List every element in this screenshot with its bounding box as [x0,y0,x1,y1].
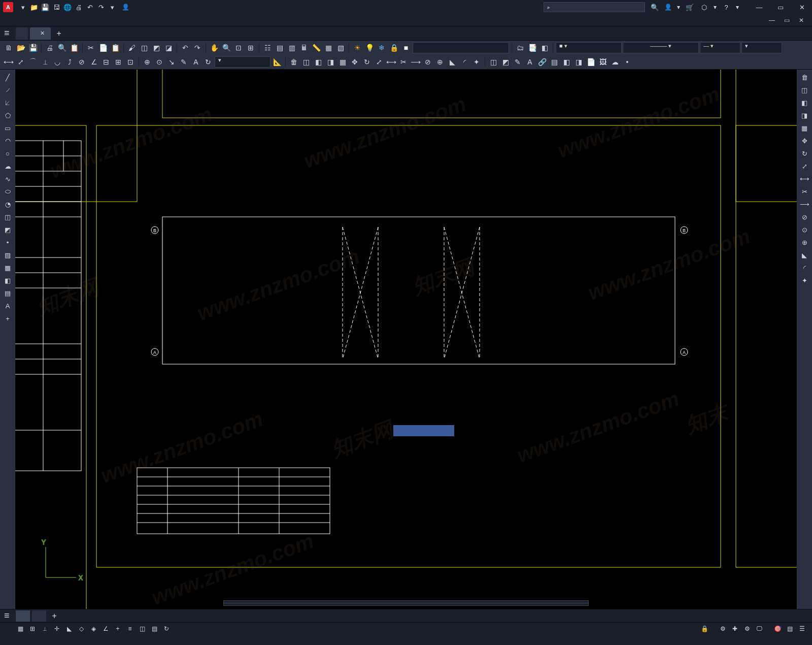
tab-start[interactable] [16,27,28,40]
layer-name-input[interactable] [413,42,509,53]
preview-icon[interactable]: 🔍 [56,42,67,53]
zoom-icon[interactable]: 🔍 [221,42,232,53]
status-dyn-icon[interactable]: + [112,624,123,634]
tabs-menu-icon[interactable]: ≡ [4,28,10,39]
m-explode-icon[interactable]: ✦ [471,56,482,68]
ins-block-icon[interactable]: ◫ [488,56,499,68]
addsel-icon[interactable]: + [2,313,13,324]
color-combo[interactable]: ■ ▾ [556,42,622,53]
paste-icon[interactable]: 📋 [110,42,121,53]
doc-restore-icon[interactable]: ▭ [780,16,794,25]
app-logo[interactable]: A [3,2,13,12]
status-ann-icon[interactable]: ✚ [729,624,740,634]
maximize-button[interactable]: ▭ [770,0,791,14]
ins-pdf-icon[interactable]: 📄 [585,56,596,68]
r-offset-icon[interactable]: ◨ [799,110,810,121]
r-breakpt-icon[interactable]: ⊙ [799,224,810,235]
menu-format[interactable] [41,19,49,21]
print-icon[interactable]: 🖨 [44,42,55,53]
rect-icon[interactable]: ▭ [2,122,13,134]
m-erase-icon[interactable]: 🗑 [288,56,299,68]
menu-help[interactable] [105,19,113,21]
dim-txt-icon[interactable]: A [190,56,201,68]
r-copy-icon[interactable]: ◫ [799,84,810,95]
leader-icon[interactable]: ↘ [166,56,177,68]
save-icon[interactable]: 💾 [27,42,39,53]
r-scale-icon[interactable]: ⤢ [799,160,810,172]
m-trim-icon[interactable]: ✂ [398,56,409,68]
ins-attr-icon[interactable]: A [524,56,535,68]
zoom-win-icon[interactable]: ⊡ [233,42,244,53]
linetype-combo[interactable]: ——— ▾ [623,42,699,53]
dim-ord-icon[interactable]: ⟂ [40,56,51,68]
tab-add-icon[interactable]: + [53,29,65,38]
publish-icon[interactable]: 📋 [69,42,80,53]
dim-linear-icon[interactable]: ⟷ [3,56,14,68]
grid-icon[interactable]: ▧ [335,42,346,53]
menu-edit[interactable] [13,19,21,21]
app-menu-dropdown-icon[interactable]: ▾ [714,4,717,11]
hatch-icon[interactable]: ▨ [2,249,13,261]
tol-icon[interactable]: ⊕ [142,56,153,68]
drawing-canvas[interactable]: B B A A Y X www.znzmo.com www.znzmo.com [15,70,797,609]
dim-rad-icon[interactable]: ◡ [52,56,63,68]
ellipsearc-icon[interactable]: ◔ [2,199,13,210]
status-trans-icon[interactable]: ◫ [137,624,148,634]
ruler-icon[interactable]: 📏 [311,42,322,53]
layer-iso-icon[interactable]: ◧ [539,42,550,53]
r-break-icon[interactable]: ⊘ [799,211,810,222]
m-offset-icon[interactable]: ◨ [325,56,336,68]
dim-cont-icon[interactable]: ⊡ [125,56,136,68]
center-icon[interactable]: ⊙ [154,56,165,68]
makeblock-icon[interactable]: ◩ [2,224,13,235]
sheet-icon[interactable]: ▤ [274,42,285,53]
layer-mgr-icon[interactable]: 🗂 [515,42,526,53]
status-monitor-icon[interactable]: 🖵 [754,624,765,634]
status-ortho-icon[interactable]: ⟂ [39,624,50,634]
cut-icon[interactable]: ✂ [85,42,96,53]
menu-dim[interactable] [68,19,76,21]
dim-aligned-icon[interactable]: ⤢ [15,56,26,68]
qat-undo-icon[interactable]: ↶ [85,3,94,12]
new-icon[interactable]: 🗎 [3,42,14,53]
qat-redo-icon[interactable]: ↷ [96,3,106,12]
arc-icon[interactable]: ◠ [2,135,13,146]
menu-param[interactable] [86,19,94,21]
status-scale-icon[interactable]: 🔒 [699,624,710,634]
r-erase-icon[interactable]: 🗑 [799,72,810,83]
r-extend-icon[interactable]: ⟶ [799,199,810,210]
ins-ole-icon[interactable]: ◧ [561,56,572,68]
menu-draw[interactable] [59,19,67,21]
r-move-icon[interactable]: ✥ [799,135,810,146]
r-explode-icon[interactable]: ✦ [799,275,810,286]
menu-window[interactable] [95,19,104,21]
layout-add-icon[interactable]: + [48,611,61,621]
r-chamfer-icon[interactable]: ◣ [799,249,810,261]
redo2-icon[interactable]: ↷ [192,42,203,53]
status-iso-icon[interactable]: ◣ [63,624,75,634]
status-lwt-icon[interactable]: ≡ [124,624,136,634]
status-polar-icon[interactable]: ✛ [51,624,62,634]
m-stretch-icon[interactable]: ⟷ [386,56,397,68]
pan-icon[interactable]: ✋ [209,42,220,53]
status-custom-icon[interactable]: ☰ [796,624,807,634]
qat-dropdown-icon[interactable]: ▾ [108,3,117,12]
r-fillet-icon[interactable]: ◜ [799,262,810,273]
qat-web-icon[interactable]: 🌐 [63,3,72,12]
xline-icon[interactable]: ⟋ [2,84,13,95]
m-move-icon[interactable]: ✥ [349,56,360,68]
table-icon2[interactable]: ▤ [2,287,13,299]
m-extend-icon[interactable]: ⟶ [410,56,421,68]
r-trim-icon[interactable]: ✂ [799,186,810,197]
toolpal-icon[interactable]: ▥ [286,42,297,53]
command-line[interactable] [223,600,589,606]
pline-icon[interactable]: ⟀ [2,97,13,108]
signin-button[interactable]: 👤 [664,4,672,11]
ins-wblock-icon[interactable]: ◩ [500,56,511,68]
zoom-ext-icon[interactable]: ⊞ [245,42,256,53]
point-icon[interactable]: • [2,237,13,248]
dim-dia-icon[interactable]: ⊘ [76,56,87,68]
spline-icon[interactable]: ∿ [2,173,13,184]
status-osnap-icon[interactable]: ◇ [76,624,87,634]
revcloud-icon[interactable]: ☁ [2,160,13,172]
